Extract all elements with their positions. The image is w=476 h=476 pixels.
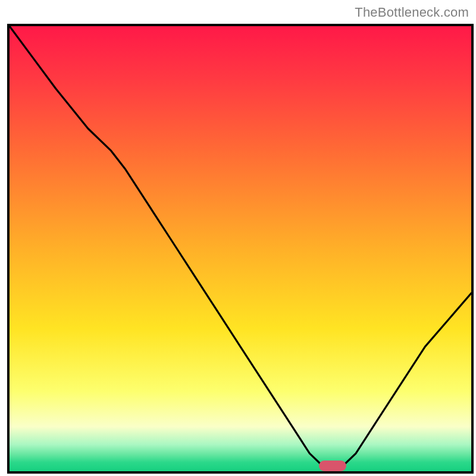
attribution-label: TheBottleneck.com <box>355 5 469 20</box>
optimal-marker <box>319 461 347 471</box>
plot-area <box>7 24 474 474</box>
curve-layer <box>10 26 471 471</box>
bottleneck-curve <box>10 26 471 467</box>
chart-frame: TheBottleneck.com <box>0 0 476 476</box>
